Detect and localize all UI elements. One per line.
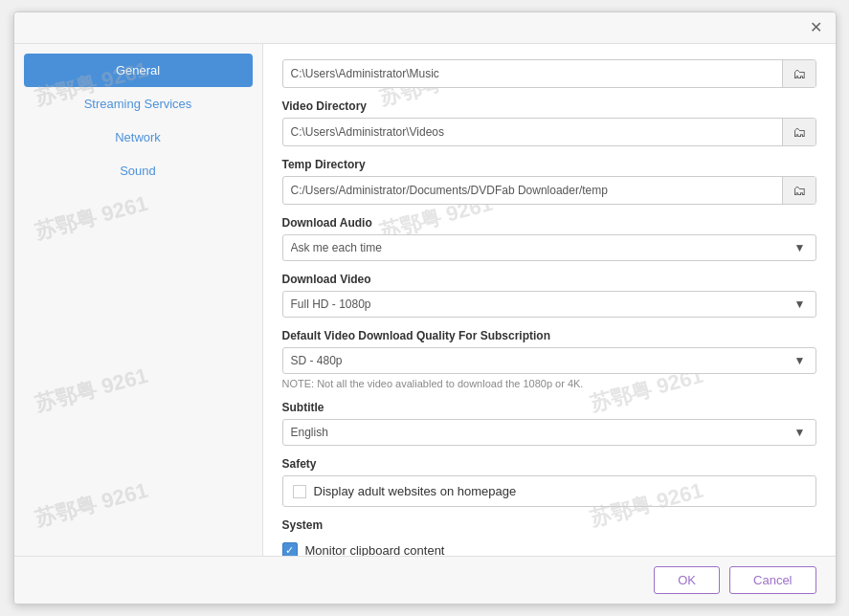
dialog-body: General Streaming Services Network Sound… <box>14 44 836 556</box>
safety-label: Safety <box>282 457 816 471</box>
download-audio-group: Download Audio Ask me each time MP3 AAC … <box>282 216 816 261</box>
music-dir-input[interactable] <box>283 61 782 86</box>
temp-dir-group: Temp Directory 🗂 <box>282 158 816 205</box>
monitor-clipboard-label: Monitor clipboard content <box>305 543 445 557</box>
temp-dir-label: Temp Directory <box>282 158 816 171</box>
safety-box: Display adult websites on homepage <box>282 475 816 507</box>
music-dir-group: 🗂 <box>282 59 816 88</box>
video-dir-input[interactable] <box>283 120 782 144</box>
download-video-select-row: Full HD - 1080p HD - 720p SD - 480p SD -… <box>282 291 816 318</box>
subscription-quality-select[interactable]: SD - 480p HD - 720p Full HD - 1080p <box>283 348 785 373</box>
music-dir-browse[interactable]: 🗂 <box>782 60 815 87</box>
video-dir-row: 🗂 <box>282 118 816 146</box>
safety-checkbox[interactable] <box>293 485 306 498</box>
download-video-label: Download Video <box>282 273 816 286</box>
sidebar-item-sound[interactable]: Sound <box>14 154 262 187</box>
subscription-quality-label: Default Video Download Quality For Subsc… <box>282 329 816 342</box>
subscription-quality-note: NOTE: Not all the video avaliabled to do… <box>282 378 816 389</box>
temp-dir-browse[interactable]: 🗂 <box>782 177 815 204</box>
sidebar: General Streaming Services Network Sound <box>14 44 263 556</box>
download-video-arrow: ▼ <box>785 292 815 317</box>
temp-dir-row: 🗂 <box>282 176 816 205</box>
subtitle-label: Subtitle <box>282 401 816 414</box>
subtitle-arrow: ▼ <box>785 420 815 445</box>
video-dir-label: Video Directory <box>282 99 816 113</box>
sidebar-item-general[interactable]: General <box>24 54 253 87</box>
ok-button[interactable]: OK <box>654 566 720 594</box>
close-button[interactable]: ✕ <box>804 18 828 37</box>
video-dir-group: Video Directory 🗂 <box>282 99 816 146</box>
sidebar-item-streaming[interactable]: Streaming Services <box>14 87 262 121</box>
temp-dir-input[interactable] <box>283 178 782 203</box>
safety-option-label: Display adult websites on homepage <box>314 484 517 498</box>
subscription-quality-group: Default Video Download Quality For Subsc… <box>282 329 816 389</box>
music-dir-row: 🗂 <box>282 59 816 88</box>
sidebar-item-network[interactable]: Network <box>14 121 262 154</box>
system-label: System <box>282 518 816 532</box>
safety-group: Safety Display adult websites on homepag… <box>282 457 816 507</box>
main-content: 🗂 Video Directory 🗂 Temp Directory 🗂 <box>263 44 836 556</box>
subtitle-group: Subtitle English Chinese Spanish French … <box>282 401 816 446</box>
subscription-quality-arrow: ▼ <box>785 348 815 373</box>
subtitle-select[interactable]: English Chinese Spanish French <box>283 420 785 445</box>
system-group: System Monitor clipboard content Open th… <box>282 518 816 556</box>
download-audio-label: Download Audio <box>282 216 816 230</box>
settings-dialog: 苏鄂粤 9261 苏鄂粤 9261 苏鄂粤 9261 苏鄂粤 9261 苏鄂粤 … <box>13 11 837 605</box>
monitor-clipboard-checkbox[interactable] <box>282 542 298 556</box>
dialog-header: ✕ <box>14 12 836 44</box>
download-video-select[interactable]: Full HD - 1080p HD - 720p SD - 480p SD -… <box>283 292 785 317</box>
download-video-group: Download Video Full HD - 1080p HD - 720p… <box>282 273 816 318</box>
monitor-clipboard-row: Monitor clipboard content <box>282 537 816 556</box>
subscription-quality-select-row: SD - 480p HD - 720p Full HD - 1080p ▼ <box>282 347 816 374</box>
download-audio-arrow: ▼ <box>785 235 815 260</box>
subtitle-select-row: English Chinese Spanish French ▼ <box>282 419 816 446</box>
video-dir-browse[interactable]: 🗂 <box>782 119 815 145</box>
dialog-footer: OK Cancel <box>14 556 836 604</box>
download-audio-select[interactable]: Ask me each time MP3 AAC FLAC <box>283 235 785 260</box>
download-audio-select-row: Ask me each time MP3 AAC FLAC ▼ <box>282 234 816 261</box>
cancel-button[interactable]: Cancel <box>729 566 815 594</box>
